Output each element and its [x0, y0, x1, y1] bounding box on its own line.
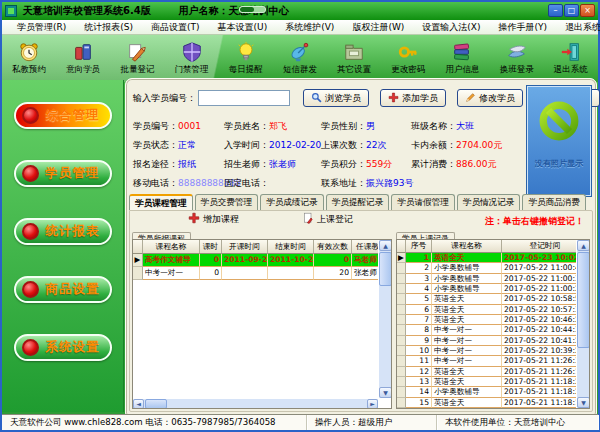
table-row[interactable]: 4小学奥数辅导2017-05-22 11:00:26 — [397, 284, 589, 294]
scroll-thumb[interactable] — [577, 252, 590, 348]
menu-item[interactable]: 系统维护(V) — [276, 21, 343, 34]
student-id-input[interactable] — [198, 90, 290, 106]
table-row[interactable]: 10中考一对一2017-05-22 10:39:20 — [397, 346, 589, 356]
toolbar-item[interactable]: 其它设置 — [328, 41, 380, 76]
info-field-label: 学员积分： — [321, 158, 366, 170]
info-field: 学员编号：0001 — [133, 120, 224, 132]
column-header[interactable]: 开课时间 — [222, 240, 268, 254]
table-row[interactable]: 6英语全天2017-05-22 10:57:39 — [397, 305, 589, 315]
column-header[interactable]: 结束时间 — [268, 240, 314, 254]
toolbar-item-label: 换班登录 — [500, 64, 534, 76]
scroll-left-icon[interactable]: ◄ — [133, 399, 144, 409]
hand-pen-icon — [126, 41, 148, 63]
table-row[interactable]: 5英语全天2017-05-22 10:58:54 — [397, 294, 589, 304]
course-vscrollbar[interactable]: ▲ ▼ — [378, 240, 391, 398]
table-row[interactable]: 8中考一对一2017-05-22 10:44:35 — [397, 325, 589, 335]
info-field: 移动电话：88888888888 — [133, 177, 224, 189]
scroll-thumb[interactable] — [379, 252, 392, 286]
button-label: 浏览学员 — [325, 92, 361, 105]
table-row[interactable]: 13英语全天2017-05-21 11:18:25 — [397, 377, 589, 387]
sidebar-item[interactable]: 学员管理 — [14, 160, 112, 187]
sidebar-item[interactable]: 综合管理 — [14, 102, 112, 129]
tab-item[interactable]: 学员商品消费 — [522, 194, 586, 210]
action-link[interactable]: 增加课程 — [188, 212, 239, 226]
table-row[interactable]: 2小学奥数辅导2017-05-22 11:00:41 — [397, 263, 589, 273]
status-section: 天意软件公司 www.chle828.com 电话：0635-7987985/7… — [2, 415, 307, 430]
menu-item[interactable]: 基本设置(U) — [209, 21, 277, 34]
column-header[interactable]: 序号 — [406, 240, 432, 253]
scroll-down-icon[interactable]: ▼ — [577, 397, 590, 408]
sidebar-item[interactable]: 系统设置 — [14, 334, 112, 361]
menu-item[interactable]: 退出系统(Z) — [556, 21, 600, 34]
column-header[interactable]: 课程名称 — [432, 240, 502, 253]
tab-active[interactable]: 学员课程管理 — [129, 194, 193, 210]
column-header[interactable]: 有效次数 — [314, 240, 352, 254]
toolbar-item[interactable]: 更改密码 — [382, 41, 434, 76]
toolbar-item[interactable]: 短信群发 — [274, 41, 326, 76]
status-section: 操作人员：超级用户 — [307, 415, 437, 430]
column-header[interactable]: 课时 — [200, 240, 222, 254]
toolbar-item[interactable]: 意向学员 — [57, 41, 109, 76]
table-row[interactable]: ▶高考作文辅导02011-09-222011-10-220马老师 — [133, 254, 391, 267]
toolbar-item[interactable]: 每日提醒 — [220, 41, 272, 76]
table-row[interactable]: 3小学奥数辅导2017-05-22 11:00:35 — [397, 274, 589, 284]
tab-item[interactable]: 学员交费管理 — [195, 194, 259, 210]
column-header[interactable]: 课程名称 — [143, 240, 200, 254]
action-button[interactable]: 修改学员 — [457, 89, 523, 107]
action-button[interactable]: 浏览学员 — [303, 89, 369, 107]
menu-item[interactable]: 操作手册(Y) — [490, 21, 557, 34]
toolbar-item[interactable]: 用户信息 — [436, 41, 488, 76]
sidebar-item[interactable]: 统计报表 — [14, 218, 112, 245]
info-field-value: 886.00元 — [456, 158, 497, 170]
menu-item[interactable]: 统计报表(S) — [75, 21, 142, 34]
minimize-button[interactable]: – — [548, 4, 563, 17]
table-row[interactable]: 中考一对一020张老师 — [133, 267, 391, 280]
table-row[interactable]: 7英语全天2017-05-22 10:46:25 — [397, 315, 589, 325]
menu-item[interactable]: 学员管理(R) — [8, 21, 75, 34]
maximize-button[interactable]: □ — [564, 4, 579, 17]
course-hscrollbar[interactable]: ◄ ► — [133, 398, 378, 408]
record-vscrollbar[interactable]: ▲ ▼ — [576, 240, 589, 408]
action-link[interactable]: 上课登记 — [302, 212, 353, 226]
table-row[interactable]: 14小学奥数辅导2017-05-21 11:18:22 — [397, 387, 589, 397]
toolbar-item[interactable]: 批量登记 — [111, 41, 163, 76]
menu-item[interactable]: 商品设置(T) — [142, 21, 209, 34]
tab-item[interactable]: 学员成绩记录 — [260, 194, 324, 210]
tab-item[interactable]: 学员请假管理 — [391, 194, 455, 210]
tab-item[interactable]: 学员情况记录 — [457, 194, 521, 210]
table-cell: 英语全天 — [432, 367, 502, 377]
menu-bar: 学员管理(R)统计报表(S)商品设置(T)基本设置(U)系统维护(V)版权注册(… — [2, 20, 598, 35]
toolbar-item[interactable]: 换班登录 — [491, 41, 543, 76]
scroll-thumb[interactable] — [145, 399, 167, 409]
row-indicator — [397, 387, 406, 397]
tab-item[interactable]: 学员提醒记录 — [326, 194, 390, 210]
scroll-up-icon[interactable]: ▲ — [577, 240, 590, 251]
action-button[interactable]: 添加学员 — [380, 89, 446, 107]
table-row[interactable]: ▶1英语全天2017-05-23 10:02:30 — [397, 253, 589, 263]
sidebar-item[interactable]: 商品设置 — [14, 276, 112, 303]
info-field: 固定电话： — [224, 177, 321, 189]
toolbar-item-label: 短信群发 — [283, 64, 317, 76]
course-panel: 学员所报课程 课程名称课时开课时间结束时间有效次数任课教师备注▶高考作文辅导02… — [132, 226, 392, 409]
scroll-down-icon[interactable]: ▼ — [379, 387, 392, 398]
table-row[interactable]: 9中考一对一2017-05-22 10:41:20 — [397, 336, 589, 346]
column-header[interactable] — [133, 240, 143, 254]
row-indicator — [397, 294, 406, 304]
table-cell: 5 — [406, 294, 432, 304]
toolbar-item[interactable]: 退出系统 — [545, 41, 597, 76]
column-header[interactable] — [397, 240, 406, 253]
close-button[interactable]: × — [580, 4, 595, 17]
scroll-right-icon[interactable]: ► — [367, 399, 378, 409]
toolbar-item[interactable]: 私教预约 — [3, 41, 55, 76]
toolbar-item[interactable]: 门禁管理 — [166, 41, 218, 76]
scroll-up-icon[interactable]: ▲ — [379, 240, 392, 251]
info-field-value: 正常 — [178, 139, 196, 151]
toolbar-item-label: 意向学员 — [66, 64, 100, 76]
table-cell: 6 — [406, 305, 432, 315]
menu-item[interactable]: 版权注册(W) — [343, 21, 413, 34]
row-indicator: ▶ — [133, 254, 143, 267]
table-row[interactable]: 11中考一对一2017-05-21 11:26:30 — [397, 356, 589, 366]
table-row[interactable]: 12英语全天2017-05-21 11:26:11 — [397, 367, 589, 377]
menu-item[interactable]: 设置输入法(X) — [413, 21, 489, 34]
table-row[interactable]: 15英语全天2017-05-21 11:18:18 — [397, 398, 589, 408]
